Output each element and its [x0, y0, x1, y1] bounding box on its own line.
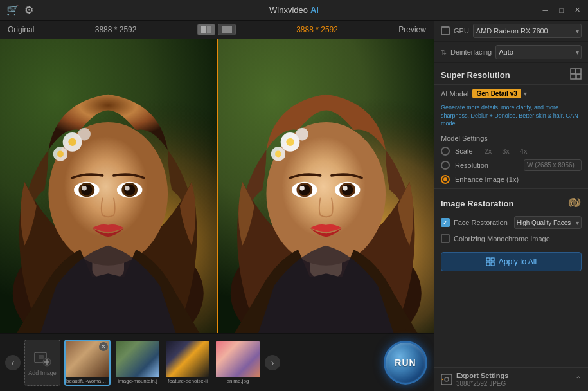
- svg-point-38: [296, 128, 308, 141]
- thumbnail-3[interactable]: anime.jpg: [215, 340, 261, 386]
- apply-btn-label: Apply to All: [499, 257, 537, 266]
- svg-rect-45: [576, 69, 581, 74]
- svg-point-11: [82, 186, 86, 190]
- svg-point-20: [78, 128, 91, 141]
- export-settings-icon: [441, 374, 452, 385]
- svg-rect-51: [486, 262, 490, 266]
- scale-label: Scale: [455, 147, 473, 155]
- model-settings-label: Model Settings: [434, 132, 588, 145]
- gen-detail-badge: Gen Detail v3: [472, 89, 521, 98]
- thumb-label-1: image-mountain.j: [116, 377, 159, 384]
- svg-point-29: [299, 186, 304, 190]
- add-image-icon: [33, 349, 52, 368]
- export-settings-title: Export Settings: [456, 372, 508, 379]
- export-icon-group: [441, 374, 452, 385]
- model-description: Generate more details, more clarity, and…: [434, 102, 588, 132]
- maximize-button[interactable]: □: [557, 6, 566, 14]
- svg-point-54: [445, 377, 449, 381]
- face-quality-select[interactable]: High Quality Faces: [514, 216, 582, 229]
- enhance-radio[interactable]: [441, 175, 450, 184]
- export-settings-row[interactable]: Export Settings 3888*2592 JPEG ⌃: [434, 367, 588, 391]
- face-restoration-label: Face Restoration: [454, 219, 508, 226]
- svg-point-19: [57, 151, 64, 158]
- section-divider-1: [434, 188, 588, 189]
- enhance-row: Enhance Image (1x): [434, 173, 588, 186]
- strip-next-btn[interactable]: ›: [265, 355, 280, 370]
- svg-rect-1: [207, 26, 211, 33]
- ai-model-label: AI Model: [441, 90, 468, 98]
- run-btn-container: RUN: [384, 341, 427, 385]
- preview-label: Preview: [398, 25, 426, 34]
- minimize-button[interactable]: ─: [541, 6, 549, 14]
- colorizing-label: Colorizing Monochrome Image: [454, 235, 550, 242]
- enhance-label: Enhance Image (1x): [455, 176, 519, 183]
- cart-icon[interactable]: 🛒: [6, 4, 19, 16]
- scale-4x[interactable]: 4x: [520, 147, 528, 155]
- single-view-btn[interactable]: [218, 24, 236, 35]
- restore-title: Image Restoration: [441, 199, 513, 208]
- scale-radio[interactable]: [441, 147, 450, 156]
- image-container: [0, 39, 434, 333]
- main-layout: Original 3888 * 2592 3888 * 2592 Preview: [0, 21, 588, 391]
- svg-point-33: [343, 186, 347, 190]
- super-resolution-icon: [570, 68, 582, 82]
- right-panel: GPU AMD Radeon RX 7600 ⇅ Deinterlacing A…: [434, 21, 588, 391]
- gpu-select-wrapper: AMD Radeon RX 7600: [473, 24, 582, 38]
- resolution-label: Resolution: [455, 161, 488, 169]
- close-button[interactable]: ✕: [573, 6, 582, 14]
- image-top-bar: Original 3888 * 2592 3888 * 2592 Preview: [0, 21, 434, 39]
- svg-rect-50: [491, 258, 494, 261]
- scale-3x[interactable]: 3x: [502, 147, 510, 155]
- app-title: Winxvideo AI: [269, 5, 319, 15]
- ai-model-select-wrapper: Gen Detail v3 ▾: [472, 89, 582, 98]
- gpu-icon: [441, 26, 450, 35]
- export-info: Export Settings 3888*2592 JPEG: [456, 372, 508, 387]
- original-label: Original: [8, 25, 34, 34]
- thumbnails-row: beautiful-woman-... ✕ image-mountain.j f…: [64, 340, 261, 386]
- image-area: Original 3888 * 2592 3888 * 2592 Preview: [0, 21, 434, 333]
- scale-2x[interactable]: 2x: [485, 147, 492, 155]
- gpu-label: GPU: [454, 27, 469, 35]
- deinterlacing-select-wrapper: Auto: [495, 45, 582, 59]
- thumb-label-0: beautiful-woman-...: [66, 377, 109, 384]
- colorizing-row: Colorizing Monochrome Image: [434, 232, 588, 246]
- scale-row: Scale 2x 3x 4x: [434, 145, 588, 158]
- settings-icon[interactable]: ⚙: [24, 4, 33, 16]
- view-toggle: [197, 24, 236, 35]
- resolution-radio[interactable]: [441, 161, 450, 170]
- dims-left: 3888 * 2592: [95, 25, 137, 34]
- svg-point-35: [286, 138, 294, 146]
- thumbnail-0[interactable]: beautiful-woman-... ✕: [64, 340, 111, 386]
- svg-rect-49: [486, 258, 490, 261]
- deinterlacing-label: Deinterlacing: [450, 48, 492, 56]
- svg-point-17: [68, 138, 76, 146]
- export-expand-icon[interactable]: ⌃: [575, 375, 582, 384]
- bottom-area: ‹ Add Image: [0, 333, 434, 391]
- apply-to-all-button[interactable]: Apply to All: [441, 252, 582, 271]
- colorizing-checkbox[interactable]: [441, 234, 450, 243]
- ai-model-dropdown-arrow[interactable]: ▾: [524, 90, 527, 97]
- svg-rect-52: [491, 262, 494, 266]
- face-restoration-checkbox[interactable]: [441, 218, 450, 227]
- add-image-label: Add Image: [28, 370, 57, 376]
- window-controls: ─ □ ✕: [541, 6, 582, 14]
- dims-right: 3888 * 2592: [296, 25, 338, 34]
- run-button[interactable]: RUN: [384, 341, 427, 385]
- thumb-close-0[interactable]: ✕: [99, 342, 108, 351]
- thumbnail-1[interactable]: image-mountain.j: [114, 340, 161, 386]
- export-dims: 3888*2592 JPEG: [456, 380, 508, 387]
- add-image-button[interactable]: Add Image: [24, 340, 60, 386]
- resolution-input[interactable]: [524, 159, 582, 171]
- apply-icon: [486, 257, 495, 266]
- ai-model-row: AI Model Gen Detail v3 ▾: [434, 85, 588, 102]
- strip-prev-btn[interactable]: ‹: [5, 355, 21, 370]
- deinterlacing-select[interactable]: Auto: [495, 45, 582, 59]
- gpu-select[interactable]: AMD Radeon RX 7600: [473, 24, 582, 38]
- split-view-btn[interactable]: [197, 24, 215, 35]
- svg-rect-44: [571, 69, 575, 73]
- deinterlacing-icon: ⇅: [441, 48, 447, 57]
- svg-point-55: [442, 379, 443, 380]
- deinterlacing-row: ⇅ Deinterlacing Auto: [434, 42, 588, 63]
- svg-rect-2: [222, 26, 232, 33]
- thumbnail-2[interactable]: feature-denoise-ii: [165, 340, 211, 386]
